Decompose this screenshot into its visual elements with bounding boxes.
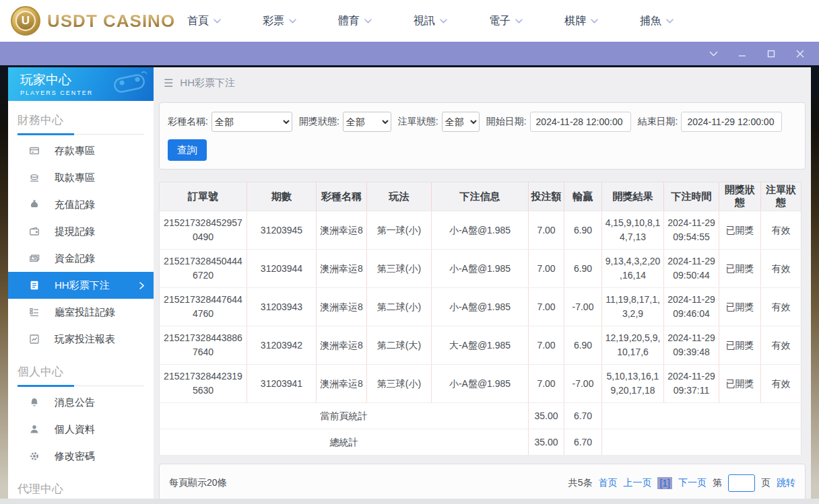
- close-icon[interactable]: [795, 48, 806, 59]
- table-header-row: 訂單號 期數 彩種名稱 玩法 下注信息 投注額 輸贏 開獎結果 下注時間 開獎狀…: [160, 182, 801, 211]
- jump-button[interactable]: 跳转: [777, 477, 795, 489]
- nav-item-live[interactable]: 視訊: [414, 14, 447, 28]
- maximize-icon[interactable]: [766, 48, 777, 59]
- cell-bet-info: 小-A盤@1.985: [432, 288, 529, 326]
- menu-icon[interactable]: ☰: [164, 77, 173, 89]
- recharge-record-icon: [29, 199, 40, 210]
- page-number-input[interactable]: [728, 474, 755, 492]
- col-order-id: 訂單號: [160, 182, 247, 211]
- sidebar-item-label: 個人資料: [55, 423, 95, 436]
- total-count: 共5条: [568, 477, 593, 489]
- minimize-icon[interactable]: [737, 48, 748, 59]
- gamepad-icon: [110, 70, 148, 97]
- cell-period: 31203942: [247, 326, 317, 365]
- pagination-bar: 每頁顯示20條 共5条 首页 上一页 [1] 下一页 第 页 跳转: [159, 464, 806, 502]
- cell-draw-status: 已開獎: [719, 288, 761, 326]
- logo[interactable]: U USDT CASINO: [0, 6, 159, 36]
- cell-win-loss: -7.00: [564, 288, 602, 326]
- cell-result: 4,15,9,10,8,14,7,13: [602, 211, 664, 250]
- draw-status-select[interactable]: 全部: [343, 112, 391, 132]
- page-jump-prefix: 第: [713, 477, 722, 489]
- prev-page-link[interactable]: 上一页: [623, 477, 651, 489]
- nav-item-fishing[interactable]: 捕魚: [640, 14, 674, 28]
- bell-icon: [29, 397, 40, 408]
- start-date-input[interactable]: [530, 112, 631, 132]
- cell-result: 11,19,8,17,1,3,2,9: [602, 288, 664, 326]
- cell-bet-time: 2024-11-29 09:46:04: [664, 288, 719, 326]
- chevron-down-icon: [440, 19, 447, 24]
- cell-play: 第一球(小): [367, 211, 432, 250]
- table-row: 2152173284529570490 31203945 澳洲幸运8 第一球(小…: [160, 211, 801, 250]
- nav-item-sports[interactable]: 體育: [338, 14, 372, 28]
- sidebar: 玩家中心 PLAYERS CENTER 財務中心 存款專區 取款專區: [8, 67, 154, 504]
- total-summary-row: 總統計 35.00 6.70: [160, 429, 801, 456]
- total-summary-win: 6.70: [564, 429, 602, 456]
- room-bet-record-icon: [29, 307, 40, 318]
- sidebar-item-change-password[interactable]: 修改密碼: [8, 443, 154, 470]
- col-bet-time: 下注時間: [664, 182, 719, 211]
- order-status-select[interactable]: 全部: [442, 112, 480, 132]
- cell-bet-amount: 7.00: [529, 250, 564, 288]
- first-page-link[interactable]: 首页: [598, 477, 617, 489]
- nav-label: 棋牌: [564, 14, 586, 28]
- sidebar-item-deposit[interactable]: 存款專區: [8, 137, 154, 164]
- sidebar-item-label: 充值記錄: [55, 199, 95, 211]
- cell-win-loss: 6.90: [564, 250, 602, 288]
- sidebar-item-label: 資金記錄: [55, 252, 95, 265]
- sidebar-item-profile[interactable]: 個人資料: [8, 416, 154, 443]
- cell-play: 第二球(小): [367, 288, 432, 326]
- cell-order-status: 有效: [761, 250, 801, 288]
- chevron-down-icon: [666, 19, 674, 24]
- withdraw-icon: [29, 172, 40, 183]
- search-button[interactable]: 查詢: [168, 139, 207, 161]
- page-header: ☰ HH彩票下注: [154, 67, 811, 99]
- nav-item-home[interactable]: 首頁: [187, 14, 221, 28]
- cell-win-loss: 6.90: [564, 211, 602, 250]
- table-row: 2152173284476444760 31203943 澳洲幸运8 第二球(小…: [160, 288, 801, 326]
- nav-item-slots[interactable]: 電子: [489, 14, 523, 28]
- nav-item-cards[interactable]: 棋牌: [564, 14, 598, 28]
- current-page-summary-row: 當前頁統計 35.00 6.70: [160, 403, 801, 429]
- lottery-name-select[interactable]: 全部: [211, 112, 292, 132]
- nav-label: 彩票: [263, 14, 284, 28]
- col-order-status: 注單狀態: [761, 182, 801, 211]
- sidebar-item-label: 玩家投注報表: [55, 333, 115, 346]
- draw-status-label: 開獎狀態:: [299, 116, 339, 128]
- sidebar-item-player-bet-report[interactable]: 玩家投注報表: [8, 326, 154, 353]
- table-row: 2152173284438867640 31203942 澳洲幸运8 第二球(大…: [160, 326, 801, 365]
- sidebar-item-funds-record[interactable]: 資金記錄: [8, 245, 154, 272]
- cell-order-status: 有效: [761, 288, 801, 326]
- cell-period: 31203941: [247, 365, 317, 403]
- sidebar-item-withdraw[interactable]: 取款專區: [8, 164, 154, 191]
- cell-lottery: 澳洲幸运8: [317, 365, 367, 403]
- deposit-icon: [29, 145, 40, 156]
- sidebar-item-announcements[interactable]: 消息公告: [8, 389, 154, 416]
- sidebar-item-recharge-record[interactable]: 充值記錄: [8, 191, 154, 218]
- main-content: ☰ HH彩票下注 彩種名稱: 全部 開獎狀態: 全部 注單狀態: 全部 開始日期…: [154, 67, 811, 504]
- cell-bet-info: 小-A盤@1.985: [432, 365, 529, 403]
- sidebar-item-withdrawal-record[interactable]: 提現記錄: [8, 218, 154, 245]
- total-summary-bet: 35.00: [529, 429, 564, 456]
- cell-bet-amount: 7.00: [529, 288, 564, 326]
- chevron-down-icon: [591, 19, 598, 24]
- cell-result: 5,10,13,16,19,20,17,18: [602, 365, 664, 403]
- nav-item-lottery[interactable]: 彩票: [263, 14, 296, 28]
- lottery-name-label: 彩種名稱:: [168, 116, 208, 128]
- cell-win-loss: -7.00: [564, 365, 602, 403]
- end-date-label: 結束日期:: [638, 116, 678, 128]
- cell-draw-status: 已開獎: [719, 250, 761, 288]
- sidebar-item-room-bet-record[interactable]: 廳室投註記錄: [8, 299, 154, 326]
- chevron-down-icon: [515, 19, 523, 24]
- next-page-link[interactable]: 下一页: [678, 477, 707, 489]
- nav-label: 捕魚: [640, 14, 661, 28]
- end-date-input[interactable]: [681, 112, 782, 132]
- collapse-icon[interactable]: [708, 48, 719, 59]
- col-period: 期數: [247, 182, 317, 211]
- current-summary-win: 6.70: [564, 403, 602, 429]
- section-personal-center: 個人中心: [18, 364, 144, 386]
- sidebar-item-label: 消息公告: [55, 396, 95, 409]
- cell-order-id: 2152173284529570490: [160, 211, 247, 250]
- sidebar-item-hh-lottery-bet[interactable]: HH彩票下注: [8, 272, 154, 299]
- sidebar-item-label: 廳室投註記錄: [55, 306, 115, 319]
- cell-bet-time: 2024-11-29 09:50:44: [664, 250, 719, 288]
